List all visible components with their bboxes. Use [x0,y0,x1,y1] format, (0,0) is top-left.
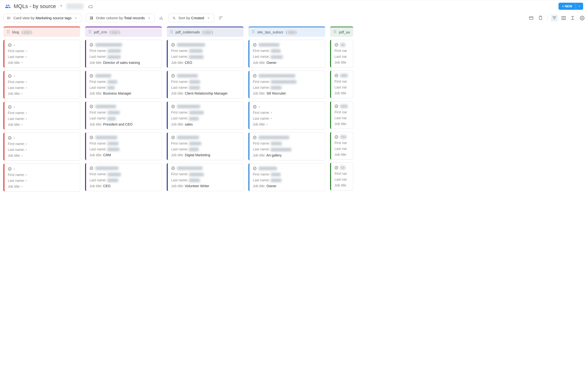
new-button-label[interactable]: + NEW [558,3,576,10]
card-title: - [8,74,76,78]
card[interactable]: First name: Last name: Job title: Presid… [85,101,162,129]
card-title [171,166,240,170]
svg-point-35 [171,33,171,33]
column-header[interactable]: pdf_crm() [85,27,162,37]
sort-selector[interactable]: Sort by Created [168,14,214,22]
new-button-dropdown[interactable] [576,3,583,10]
svg-point-22 [89,32,90,32]
first-name-row: First name: [171,80,240,84]
card[interactable]: First name: Last name: Job title: CRM [85,132,162,160]
job-title-row: Job title: Owner [253,184,322,188]
job-title-row: Job title: Client Relationship Manager [171,91,240,95]
card[interactable]: First name: Last name: Job title: Direct… [85,40,162,68]
card[interactable]: First narLast narJob title [330,70,353,98]
card-title [253,167,322,170]
last-name-row: Last name: [253,85,322,89]
gear-icon[interactable] [580,16,585,21]
card-layout-icon[interactable] [529,16,534,21]
card[interactable]: -First name: -Last name: -Job title: - [248,101,325,129]
column-header[interactable]: blog() [3,27,80,37]
chart-icon[interactable] [159,16,164,21]
card[interactable]: First narLast narJob title [330,40,353,67]
job-title-row: Job title: - [253,122,322,126]
sort-bars-icon[interactable] [219,16,223,21]
first-name-row: First name: [253,80,322,84]
job-title-value: - [21,154,23,158]
card[interactable]: -First name: -Last name: -Job title: - [3,102,80,130]
job-title-value: SR Recruiter [266,91,286,95]
cloud-icon[interactable] [88,3,94,9]
card[interactable]: First name: Last name: Job title: Volunt… [167,163,243,191]
column-count: () [109,30,120,34]
svg-rect-5 [529,17,533,20]
card[interactable]: First name: Last name: Job title: Client… [167,71,243,99]
grip-icon[interactable] [170,30,173,34]
last-name-row: Last name: [89,85,158,89]
card[interactable]: First name: Last name: Job title: sales [167,101,243,129]
last-name-row: Last name: - [253,117,322,120]
card[interactable]: -First name: -Last name: -Job title: - [3,133,80,161]
first-name-value: - [26,142,27,146]
card[interactable]: -First name: -Last name: -Job title: - [3,40,80,68]
svg-point-42 [252,30,253,31]
last-name-row: Last name: [89,116,158,120]
card[interactable]: First narLast narJob title [330,101,353,129]
last-name-row: Last name: - [8,148,76,152]
job-title-row: Job title [335,153,350,157]
card[interactable]: First name: Last name: Job title: CEO [85,163,162,191]
last-name-value: - [26,179,27,183]
card-title [171,105,240,108]
clipboard-icon[interactable] [538,16,543,21]
column-header[interactable]: pdf_coldemails() [167,27,243,37]
job-title-row: Job title: - [8,185,76,188]
new-button[interactable]: + NEW [558,3,583,10]
last-name-row: Last nar [335,178,350,181]
card[interactable]: First name: Last name: Job title: Digita… [167,132,243,160]
order-column-selector[interactable]: Order column by Total records [86,14,155,22]
title-dropdown[interactable] [59,4,63,9]
card[interactable]: First narLast narJob title [330,132,353,160]
sort-icon [172,16,176,20]
svg-point-55 [334,32,335,32]
card-title [335,166,350,170]
columns-settings-icon[interactable] [561,16,566,21]
card[interactable]: First narLast narJob title [330,163,353,190]
last-name-row: Last name: [171,85,240,89]
svg-point-21 [90,30,91,31]
card[interactable]: First name: Last name: Job title: Owner [248,163,325,191]
card[interactable]: First name: Last name: Job title: Art ga… [248,132,325,160]
column-header[interactable]: pdf_au [330,27,353,37]
job-title-value: Volunteer Writer [185,184,209,188]
column-name: pdf_crm [94,30,107,34]
column-header[interactable]: site_tips_subscr() [248,27,325,37]
sigma-icon[interactable] [570,16,575,21]
grip-icon[interactable] [334,30,336,34]
svg-point-20 [89,30,90,31]
card-view-selector[interactable]: Card view by Marketing source tags [3,14,81,22]
last-name-row: Last name: [171,178,240,182]
card[interactable]: First name: Last name: Job title: Owner [248,40,325,68]
people-icon [5,3,11,9]
svg-point-45 [254,32,254,32]
job-title-value: Business Manager [103,91,131,95]
grip-icon[interactable] [7,30,10,34]
job-title-value: CRM [103,153,111,157]
job-title-value: Digital Marketing [185,153,210,157]
filter-icon[interactable] [551,15,558,21]
divider [547,15,547,21]
redacted-label [66,3,83,9]
card-title: - [8,105,76,109]
grip-icon[interactable] [252,30,255,34]
card[interactable]: First name: Last name: Job title: SR Rec… [248,71,325,99]
card[interactable]: First name: Last name: Job title: Busine… [85,71,162,99]
job-title-row: Job title: Art gallery [253,153,322,157]
card[interactable]: -First name: -Last name: -Job title: - [3,71,80,99]
job-title-row: Job title: - [8,154,76,158]
card[interactable]: First name: Last name: Job title: CEO [167,40,243,68]
card[interactable]: -First name: -Last name: -Job title: - [3,164,80,191]
card-title-text: - [14,74,15,78]
last-name-value: - [26,55,27,59]
grip-icon[interactable] [88,30,91,34]
first-name-row: First nar [335,110,350,114]
column-count: () [286,30,297,34]
